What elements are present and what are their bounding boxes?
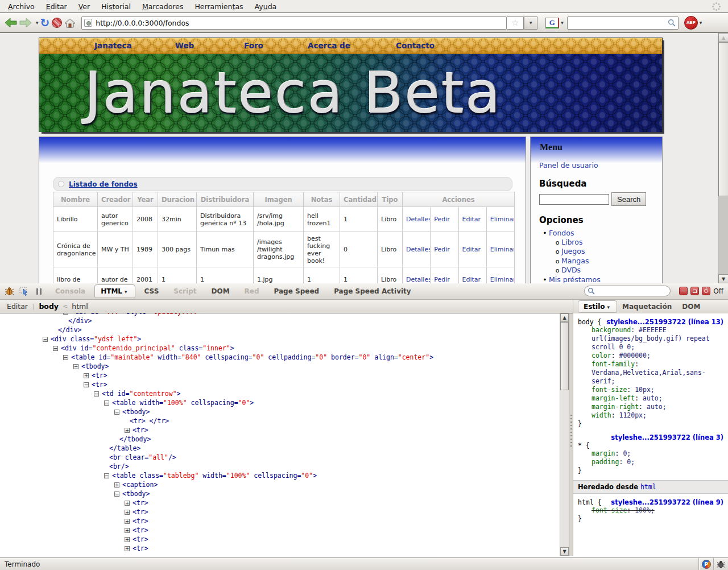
panel-splitter[interactable] bbox=[569, 313, 573, 556]
firebug-tab-page-speed[interactable]: Page Speed bbox=[268, 285, 325, 298]
option-link-mangas[interactable]: Mangas bbox=[561, 257, 589, 266]
inherited-element[interactable]: html bbox=[640, 483, 656, 491]
tree-line[interactable]: +<tr> bbox=[0, 517, 560, 526]
tree-line[interactable]: +<tr> bbox=[0, 371, 560, 380]
css-property[interactable]: margin: 0; bbox=[578, 449, 723, 458]
menu-item-editar[interactable]: Editar bbox=[40, 1, 73, 13]
action-link-detalles[interactable]: Detalles bbox=[406, 276, 431, 283]
tree-expander-open[interactable]: − bbox=[53, 346, 58, 351]
url-dropdown-button[interactable]: ▾ bbox=[524, 16, 537, 30]
detach-window-button[interactable] bbox=[690, 287, 699, 295]
banner-nav-link-janateca[interactable]: Janateca bbox=[94, 41, 132, 50]
side-tab-dom[interactable]: DOM bbox=[677, 301, 705, 312]
action-link-detalles[interactable]: Detalles bbox=[406, 216, 431, 223]
tree-line[interactable]: −<table id="maintable" width="840" cells… bbox=[0, 353, 560, 362]
pagespeed-status-icon[interactable]: P bbox=[698, 558, 713, 570]
tree-expander-open[interactable]: − bbox=[43, 337, 48, 342]
action-link-pedir[interactable]: Pedir bbox=[434, 276, 450, 283]
forward-button[interactable] bbox=[19, 15, 32, 30]
tree-expander-open[interactable]: − bbox=[73, 364, 78, 369]
side-tab-estilo[interactable]: Estilo▾ bbox=[578, 300, 617, 313]
url-text[interactable]: http://0.0.0.0:3000/fondos bbox=[96, 19, 189, 27]
firebug-tab-css[interactable]: CSS bbox=[139, 285, 165, 298]
tree-line[interactable]: +<tr> bbox=[0, 507, 560, 517]
css-property[interactable]: margin-right: auto; bbox=[578, 403, 723, 411]
tree-expander-open[interactable]: − bbox=[114, 410, 119, 415]
tree-scrollbar-thumb[interactable] bbox=[560, 322, 569, 390]
tree-expander-closed[interactable]: + bbox=[125, 510, 130, 515]
banner-nav-link-foro[interactable]: Foro bbox=[244, 41, 263, 50]
banner-nav-link-acerca-de[interactable]: Acerca de bbox=[308, 41, 350, 50]
action-link-detalles[interactable]: Detalles bbox=[406, 246, 431, 253]
tree-expander-open[interactable]: − bbox=[84, 382, 89, 387]
tree-line[interactable]: −<td id="contentrow"> bbox=[0, 389, 560, 398]
firebug-tab-dom[interactable]: DOM bbox=[205, 285, 235, 298]
action-link-eliminar[interactable]: Eliminar bbox=[490, 246, 515, 253]
edit-button[interactable]: Editar bbox=[7, 302, 28, 311]
firebug-tab-script[interactable]: Script bbox=[168, 285, 202, 298]
css-property[interactable]: font-family: Verdana,Helvetica,Arial,san… bbox=[578, 360, 723, 386]
action-link-editar[interactable]: Editar bbox=[462, 276, 481, 283]
tree-expander-closed[interactable]: + bbox=[125, 528, 130, 533]
tree-line[interactable]: +<tr> bbox=[0, 426, 560, 435]
option-link-dvds[interactable]: DVDs bbox=[561, 266, 581, 275]
banner-nav-link-contacto[interactable]: Contacto bbox=[396, 41, 435, 50]
breadcrumb-parent[interactable]: html bbox=[72, 302, 88, 311]
tree-line[interactable]: −<table width="100%" cellspacing="0"> bbox=[0, 398, 560, 407]
tree-expander-open[interactable]: − bbox=[114, 491, 119, 497]
tree-line[interactable]: −<tbody> bbox=[0, 489, 560, 498]
firebug-tab-consola[interactable]: Consola bbox=[49, 285, 91, 298]
web-search-input[interactable] bbox=[567, 16, 679, 30]
back-button[interactable] bbox=[5, 15, 17, 30]
tree-line[interactable]: −<tr> bbox=[0, 380, 560, 389]
tree-line[interactable]: −<div id="contenido_principal" class="in… bbox=[0, 344, 560, 353]
inspect-element-icon[interactable] bbox=[19, 287, 29, 296]
banner-nav-link-web[interactable]: Web bbox=[175, 41, 194, 50]
css-property[interactable]: background: #EEEEEE url(images/bg_body.g… bbox=[578, 326, 723, 352]
search-engine-icon[interactable]: G bbox=[545, 18, 559, 28]
option-link-libros[interactable]: Libros bbox=[561, 238, 582, 247]
sidebar-search-input[interactable] bbox=[539, 194, 609, 205]
page-scrollbar[interactable]: ▲ ▼ bbox=[718, 33, 728, 283]
sidebar-search-button[interactable]: Search bbox=[611, 192, 646, 206]
tree-line[interactable]: <br/> bbox=[0, 462, 560, 471]
scroll-down-button[interactable]: ▼ bbox=[718, 274, 728, 283]
tree-line[interactable]: +<tr> bbox=[0, 535, 560, 544]
tree-expander-closed[interactable]: + bbox=[63, 313, 68, 315]
stop-button[interactable] bbox=[52, 15, 62, 30]
tree-scroll-down[interactable]: ▼ bbox=[560, 547, 569, 556]
tree-line[interactable]: </tbody> bbox=[0, 435, 560, 444]
breadcrumb-node[interactable]: body bbox=[39, 302, 59, 311]
tree-line[interactable]: −<div class="ydsf left"> bbox=[0, 334, 560, 344]
stylesheet-source-link[interactable]: styleshe...251993722 (línea 9) bbox=[611, 498, 723, 506]
forward-history-dropdown[interactable]: ▾ bbox=[36, 20, 39, 26]
menu-item-archivo[interactable]: Archivo bbox=[2, 1, 40, 13]
reload-button[interactable]: ↻ bbox=[40, 15, 50, 30]
tree-line[interactable]: −<tbody> bbox=[0, 362, 560, 371]
action-link-pedir[interactable]: Pedir bbox=[434, 216, 450, 223]
tree-line[interactable]: </table> bbox=[0, 444, 560, 453]
tree-scrollbar[interactable]: ▲ ▼ bbox=[560, 313, 569, 556]
option-link-fondos[interactable]: Fondos bbox=[549, 229, 574, 238]
listing-title-link[interactable]: Listado de fondos bbox=[69, 180, 138, 188]
action-link-editar[interactable]: Editar bbox=[462, 246, 481, 253]
firebug-bug-icon[interactable] bbox=[5, 287, 14, 296]
pause-icon[interactable] bbox=[36, 288, 42, 295]
panel-usuario-link[interactable]: Panel de usuario bbox=[539, 161, 662, 170]
tree-line[interactable]: +<caption> bbox=[0, 480, 560, 489]
firebug-tab-red[interactable]: Red bbox=[239, 285, 265, 298]
tree-expander-closed[interactable]: + bbox=[84, 373, 89, 378]
scrollbar-thumb[interactable] bbox=[718, 42, 728, 196]
tree-line[interactable]: +<tr> bbox=[0, 544, 560, 553]
action-link-pedir[interactable]: Pedir bbox=[434, 246, 450, 253]
tree-scroll-up[interactable]: ▲ bbox=[560, 313, 569, 322]
tree-line[interactable]: −<tbody> bbox=[0, 407, 560, 416]
side-tab-maquetación[interactable]: Maquetación bbox=[617, 301, 677, 312]
tree-expander-closed[interactable]: + bbox=[125, 501, 130, 506]
tree-line[interactable]: </div> bbox=[0, 325, 560, 334]
tree-expander-open[interactable]: − bbox=[104, 473, 109, 478]
firebug-tab-html[interactable]: HTML▾ bbox=[94, 284, 135, 298]
home-button[interactable] bbox=[64, 15, 76, 30]
css-property[interactable]: color: #000000; bbox=[578, 352, 723, 360]
action-link-eliminar[interactable]: Eliminar bbox=[490, 276, 515, 283]
